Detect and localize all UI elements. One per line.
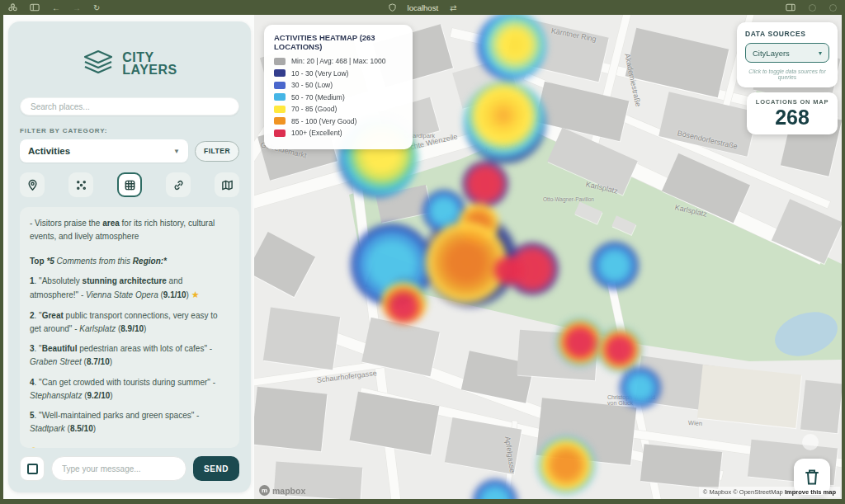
locations-title: LOCATIONS ON MAP [752, 98, 833, 106]
data-source-select[interactable]: CityLayers ▾ [745, 43, 829, 63]
legend-swatch [274, 106, 286, 113]
legend-row: 50 - 70 (Medium) [274, 93, 403, 101]
improve-map-link[interactable]: Improve this map [785, 488, 836, 496]
heatmap-blob [556, 318, 604, 366]
checkbox-icon [27, 464, 38, 474]
locations-panel: LOCATIONS ON MAP 268 [747, 92, 838, 134]
legend-label: 30 - 50 (Low) [291, 81, 333, 89]
chat-paragraph: 1. "Absolutely stunning architecture and… [30, 275, 229, 303]
legend-swatch [274, 69, 286, 77]
grid-view-button[interactable] [117, 172, 142, 197]
chat-paragraph: 2. "Great public transport connections, … [30, 309, 229, 336]
heatmap-blob [597, 327, 642, 372]
link-icon [172, 179, 185, 191]
legend-title: ACTIVITIES HEATMAP (263 LOCATIONS) [274, 33, 403, 51]
legend-row: 10 - 30 (Very Low) [274, 69, 403, 78]
scatter-view-button[interactable] [68, 172, 93, 197]
browser-logo-icon[interactable] [8, 2, 17, 13]
data-sources-panel: DATA SOURCES CityLayers ▾ Click to toggl… [737, 22, 838, 87]
legend-row: 30 - 50 (Low) [274, 81, 403, 89]
legend-swatch [274, 130, 286, 137]
app-name: CITY LAYERS [122, 51, 177, 76]
window-control-icon[interactable] [809, 4, 816, 12]
mapbox-logo[interactable]: m mapbox [259, 485, 305, 496]
legend-swatch [274, 93, 286, 101]
reload-button[interactable]: ↻ [93, 2, 100, 13]
heatmap-blob [473, 479, 517, 499]
page-content: CITY LAYERS FILTER BY CATEGORY: Activiti… [3, 15, 842, 499]
legend-label: 10 - 30 (Very Low) [291, 69, 348, 78]
legend-swatch [274, 82, 286, 89]
send-button[interactable]: SEND [193, 456, 239, 481]
data-sources-title: DATA SOURCES [745, 30, 829, 38]
map-canvas[interactable]: GetreidemarktGirardiparkRechte Wienzeile… [254, 15, 842, 499]
chevron-down-icon: ▼ [173, 148, 180, 155]
map-attribution: © Mapbox © OpenStreetMap Improve this ma… [699, 487, 840, 497]
window-control-icon[interactable] [829, 4, 837, 12]
shield-icon[interactable] [389, 2, 396, 13]
checkbox-button[interactable] [20, 456, 45, 481]
heatmap-blob [381, 278, 427, 324]
chat-paragraph: 5. "Well-maintained parks and green spac… [30, 409, 229, 436]
mapbox-icon: m [259, 485, 270, 496]
legend-label: 70 - 85 (Good) [291, 105, 337, 113]
legend-label: 85 - 100 (Very Good) [291, 117, 356, 125]
legend-row: Min: 20 | Avg: 468 | Max: 1000 [274, 57, 403, 65]
url-bar[interactable]: localhost [408, 3, 439, 12]
chat-messages[interactable]: - Visitors praise the area for its rich … [20, 207, 239, 448]
forward-button[interactable]: → [73, 2, 81, 13]
search-input[interactable] [20, 97, 239, 115]
chat-paragraph: All 268 locations are displayed on the m… [30, 446, 229, 448]
heatmap-blob [492, 254, 525, 287]
location-pin-button[interactable] [20, 172, 45, 197]
panel-right-icon[interactable] [786, 2, 795, 13]
swap-tabs-icon[interactable]: ⇄ [450, 2, 456, 13]
legend-label: Min: 20 | Avg: 468 | Max: 1000 [291, 57, 385, 65]
legend-label: 50 - 70 (Medium) [291, 93, 345, 101]
category-select[interactable]: Activities ▼ [20, 139, 188, 163]
map-control-button[interactable] [802, 434, 819, 450]
data-sources-hint: Click to toggle data sources for queries [745, 68, 829, 80]
star-icon: ★ [191, 290, 200, 299]
legend-swatch [274, 117, 286, 125]
message-input[interactable] [51, 456, 186, 481]
legend-label: 100+ (Excellent) [291, 129, 342, 137]
browser-toolbar: ← → ↻ localhost ⇄ [0, 0, 845, 15]
attribution-text: © Mapbox © OpenStreetMap [703, 488, 783, 496]
legend-row: 100+ (Excellent) [274, 129, 403, 137]
map-icon [221, 179, 234, 191]
view-mode-toolbar [20, 172, 239, 197]
heatmap-blob [477, 15, 546, 81]
legend-row: 85 - 100 (Very Good) [274, 117, 403, 125]
back-button[interactable]: ← [52, 2, 60, 13]
scatter-dots-icon [75, 179, 87, 191]
category-value: Activities [28, 146, 70, 156]
heatmap-blob [620, 367, 661, 408]
chat-paragraph: 4. "Can get crowded with tourists during… [30, 376, 229, 403]
map-view-button[interactable] [215, 172, 239, 197]
chat-paragraph: Top *5 Comments from this Region:* [30, 255, 229, 268]
chat-paragraph: - Visitors praise the area for its rich … [30, 217, 229, 243]
heatmap-blob [537, 436, 595, 494]
app-logo: CITY LAYERS [20, 49, 239, 78]
heatmap-legend: ACTIVITIES HEATMAP (263 LOCATIONS) Min: … [264, 25, 413, 149]
data-source-value: CityLayers [753, 49, 790, 58]
filter-category-label: FILTER BY CATEGORY: [20, 127, 239, 134]
location-pin-icon [26, 179, 39, 191]
heatmap-blob [464, 81, 546, 163]
chevron-down-icon: ▾ [819, 49, 822, 57]
heatmap-blob [462, 161, 508, 207]
grid-icon [124, 179, 136, 191]
legend-row: 70 - 85 (Good) [274, 105, 403, 113]
link-button[interactable] [166, 172, 191, 197]
chat-paragraph: 3. "Beautiful pedestrian areas with lots… [30, 342, 229, 369]
layers-icon [82, 49, 115, 78]
trash-icon [804, 468, 820, 486]
heatmap-blob [591, 242, 639, 290]
sidebar: CITY LAYERS FILTER BY CATEGORY: Activiti… [8, 21, 251, 492]
legend-swatch [274, 58, 286, 65]
locations-count: 268 [752, 106, 833, 130]
sidebar-toggle-icon[interactable] [30, 2, 40, 13]
filter-button[interactable]: FILTER [195, 141, 239, 162]
